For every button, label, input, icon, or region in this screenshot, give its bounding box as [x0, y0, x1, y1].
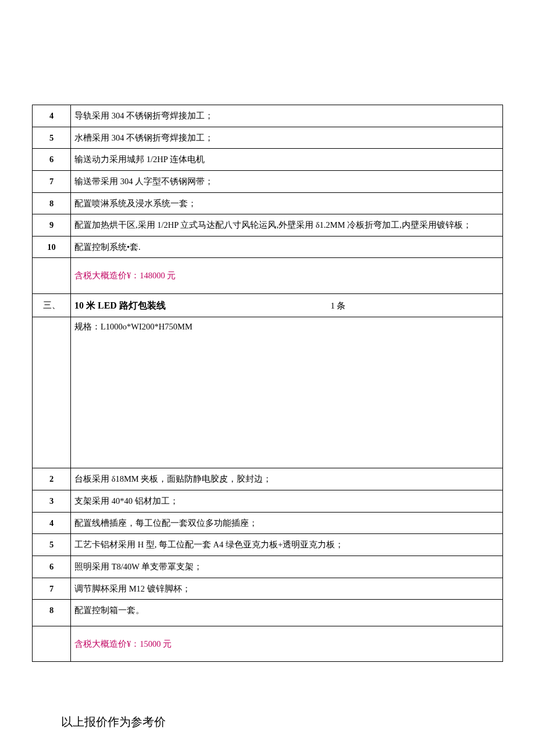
- table-row: 3 支架采用 40*40 铝材加工；: [33, 490, 503, 512]
- row-num-empty: [33, 317, 71, 468]
- row-num: 6: [33, 149, 71, 171]
- row-num: 3: [33, 490, 71, 512]
- row-text: 配置喷淋系统及浸水系统一套；: [71, 192, 503, 214]
- row-num: 5: [33, 127, 71, 149]
- table-row: 8 配置喷淋系统及浸水系统一套；: [33, 192, 503, 214]
- row-text: 工艺卡铝材采用 H 型, 每工位配一套 A4 绿色亚克力板+透明亚克力板；: [71, 534, 503, 556]
- price-text: 含税大概造价¥：148000 元: [74, 271, 176, 280]
- row-text: 照明采用 T8/40W 单支带罩支架；: [71, 556, 503, 578]
- row-num: 10: [33, 236, 71, 258]
- section-title-cell: 10 米 LED 路灯包装线 1 条: [71, 294, 503, 317]
- price-row: 含税大概造价¥：148000 元: [33, 258, 503, 294]
- row-text: 输送动力采用城邦 1/2HP 连体电机: [71, 149, 503, 171]
- row-num: 5: [33, 534, 71, 556]
- row-text: 导轨采用 304 不锈钢折弯焊接加工；: [71, 105, 503, 127]
- table-row: 2 台板采用 δ18MM 夹板，面贴防静电胶皮，胶封边；: [33, 468, 503, 490]
- section-title: 10 米 LED 路灯包装线: [74, 300, 166, 310]
- footer-note: 以上报价作为参考价: [61, 714, 503, 730]
- section-header-row: 三、 10 米 LED 路灯包装线 1 条: [33, 294, 503, 317]
- row-num: 7: [33, 170, 71, 192]
- row-num: 6: [33, 556, 71, 578]
- table-row: 4 导轨采用 304 不锈钢折弯焊接加工；: [33, 105, 503, 127]
- row-text: 输送带采用 304 人字型不锈钢网带；: [71, 170, 503, 192]
- price-text: 含税大概造价¥：15000 元: [74, 639, 172, 648]
- spec-text: 规格：L1000o*WI200*H750MM: [71, 317, 503, 468]
- row-num: 2: [33, 468, 71, 490]
- spec-table: 4 导轨采用 304 不锈钢折弯焊接加工； 5 水槽采用 304 不锈钢折弯焊接…: [32, 105, 503, 662]
- price-row: 含税大概造价¥：15000 元: [33, 626, 503, 662]
- table-row: 6 输送动力采用城邦 1/2HP 连体电机: [33, 149, 503, 171]
- row-num-empty: [33, 258, 71, 294]
- row-text: 配置线槽插座，每工位配一套双位多功能插座；: [71, 512, 503, 534]
- row-text: 支架采用 40*40 铝材加工；: [71, 490, 503, 512]
- row-num-empty: [33, 626, 71, 662]
- table-row: 5 水槽采用 304 不锈钢折弯焊接加工；: [33, 127, 503, 149]
- row-num: 7: [33, 578, 71, 600]
- table-row: 7 调节脚杯采用 M12 镀锌脚杯；: [33, 578, 503, 600]
- table-row: 9 配置加热烘干区,采用 1/2HP 立式马达配八寸风轮运风,外壁采用 δ1.2…: [33, 214, 503, 237]
- row-num: 4: [33, 512, 71, 534]
- row-text: 配置控制系统•套.: [71, 236, 503, 258]
- row-text: 台板采用 δ18MM 夹板，面贴防静电胶皮，胶封边；: [71, 468, 503, 490]
- row-text: 水槽采用 304 不锈钢折弯焊接加工；: [71, 127, 503, 149]
- table-row: 7 输送带采用 304 人字型不锈钢网带；: [33, 170, 503, 192]
- row-num: 4: [33, 105, 71, 127]
- table-row: 5 工艺卡铝材采用 H 型, 每工位配一套 A4 绿色亚克力板+透明亚克力板；: [33, 534, 503, 556]
- table-row: 8 配置控制箱一套。: [33, 600, 503, 626]
- row-text: 调节脚杯采用 M12 镀锌脚杯；: [71, 578, 503, 600]
- table-row: 10 配置控制系统•套.: [33, 236, 503, 258]
- spec-row: 规格：L1000o*WI200*H750MM: [33, 317, 503, 468]
- row-num: 9: [33, 214, 71, 237]
- row-num: 8: [33, 600, 71, 626]
- price-cell: 含税大概造价¥：15000 元: [71, 626, 503, 662]
- table-row: 6 照明采用 T8/40W 单支带罩支架；: [33, 556, 503, 578]
- table-row: 4 配置线槽插座，每工位配一套双位多功能插座；: [33, 512, 503, 534]
- section-qty: 1 条: [331, 299, 346, 313]
- row-text: 配置控制箱一套。: [71, 600, 503, 626]
- section-num: 三、: [33, 294, 71, 317]
- row-num: 8: [33, 192, 71, 214]
- price-cell: 含税大概造价¥：148000 元: [71, 258, 503, 294]
- row-text: 配置加热烘干区,采用 1/2HP 立式马达配八寸风轮运风,外壁采用 δ1.2MM…: [71, 214, 503, 237]
